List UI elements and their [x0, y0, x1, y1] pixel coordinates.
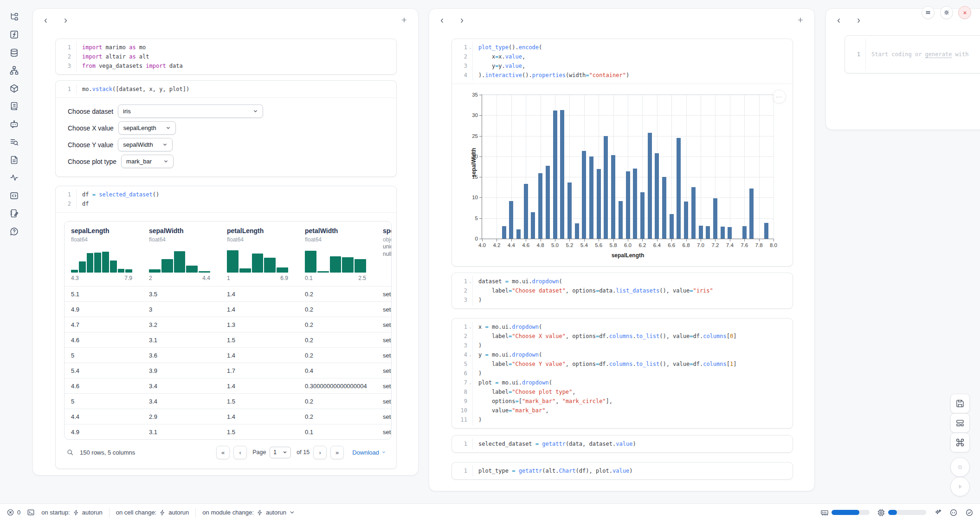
- functions-icon[interactable]: [8, 29, 19, 40]
- code-line[interactable]: 1import marimo as mo: [56, 43, 396, 52]
- last-page-button[interactable]: »: [330, 446, 344, 459]
- code-editor-empty[interactable]: 1Start coding or generate with: [845, 36, 980, 73]
- column-next-button[interactable]: [855, 17, 862, 24]
- table-row[interactable]: 4.63.41.40.30000000000000004setosa: [64, 378, 391, 393]
- first-page-button[interactable]: «: [216, 446, 230, 459]
- cpu-usage[interactable]: [877, 508, 926, 517]
- next-page-button[interactable]: ›: [313, 446, 327, 459]
- fold-chevron-icon[interactable]: ⌄: [469, 351, 471, 360]
- on-cell-change-config[interactable]: on cell change: autorun: [116, 509, 189, 516]
- table-row[interactable]: 4.931.40.2setosa: [64, 301, 391, 317]
- code-editor-xyplot[interactable]: 1⌄x = mo.ui.dropdown(2 label="Choose X v…: [452, 319, 793, 428]
- code-line[interactable]: 4).interactive().properties(width="conta…: [452, 71, 793, 80]
- code-line[interactable]: 3): [452, 295, 793, 305]
- table-column-header[interactable]: sepalLengthfloat644.37.9: [64, 221, 142, 286]
- code-line[interactable]: 10 value="mark_bar",: [452, 406, 793, 415]
- prev-page-button[interactable]: ‹: [233, 446, 247, 459]
- code-editor-imports[interactable]: 1import marimo as mo2import altair as al…: [56, 39, 396, 74]
- code-editor-plot[interactable]: 1⌄plot_type().encode(2 x=x.value,3 y=y.v…: [452, 39, 793, 84]
- code-editor-vstack[interactable]: 1mo.vstack([dataset, x, y, plot]): [56, 81, 396, 98]
- table-row[interactable]: 53.61.40.2setosa: [64, 347, 391, 363]
- code-line[interactable]: 1⌄plot_type().encode(: [452, 43, 793, 52]
- code-editor-selected[interactable]: 1selected_dataset = getattr(data, datase…: [452, 436, 793, 452]
- code-editor-df[interactable]: 1df = selected_dataset()2df: [56, 186, 396, 212]
- file-explorer-icon[interactable]: [8, 11, 19, 22]
- packages-icon[interactable]: [8, 83, 19, 94]
- column-prev-button[interactable]: [438, 17, 445, 24]
- column-next-button[interactable]: [458, 17, 465, 24]
- plot-type-select[interactable]: mark_bar: [121, 155, 174, 168]
- code-line[interactable]: 2df: [56, 199, 396, 208]
- code-line[interactable]: 6): [452, 369, 793, 378]
- add-cell-button[interactable]: [400, 16, 408, 24]
- code-line[interactable]: 9 options=["mark_bar", "mark_circle"],: [452, 397, 793, 406]
- search-icon[interactable]: [66, 448, 74, 456]
- on-module-change-config[interactable]: on module change: autorun: [202, 509, 295, 516]
- outline-search-icon[interactable]: [8, 137, 19, 148]
- memory-usage[interactable]: [820, 508, 870, 517]
- code-line[interactable]: 3): [452, 341, 793, 350]
- table-row[interactable]: 53.41.50.2setosa: [64, 393, 391, 409]
- fold-chevron-icon[interactable]: ⌄: [469, 323, 471, 332]
- code-line[interactable]: 5 label="Choose Y value", options=df.col…: [452, 359, 793, 369]
- notebook-menu-button[interactable]: [922, 6, 935, 19]
- connection-status-button[interactable]: [965, 508, 974, 517]
- table-column-header[interactable]: speciesobjectunique:nulls:: [376, 221, 392, 286]
- on-startup-config[interactable]: on startup: autorun: [41, 509, 103, 516]
- fold-chevron-icon[interactable]: ⌄: [469, 43, 471, 52]
- help-icon[interactable]: [8, 226, 19, 237]
- code-line[interactable]: 4⌄y = mo.ui.dropdown(: [452, 350, 793, 359]
- table-column-header[interactable]: petalWidthfloat640.12.5: [298, 221, 376, 286]
- fold-chevron-icon[interactable]: ⌄: [469, 378, 471, 388]
- code-line[interactable]: 2import altair as alt: [56, 52, 396, 61]
- run-all-button[interactable]: [950, 477, 970, 496]
- ai-chat-icon[interactable]: [8, 118, 19, 130]
- table-column-header[interactable]: petalLengthfloat6416.9: [220, 221, 298, 286]
- terminal-button[interactable]: [27, 508, 35, 516]
- ai-assist-button[interactable]: [934, 508, 942, 517]
- command-palette-button[interactable]: [950, 433, 970, 452]
- logs-icon[interactable]: [8, 101, 19, 112]
- layout-button[interactable]: [950, 413, 970, 433]
- datasources-icon[interactable]: [8, 47, 19, 58]
- table-row[interactable]: 5.43.91.70.4setosa: [64, 363, 391, 378]
- code-editor-plottype[interactable]: 1plot_type = getattr(alt.Chart(df), plot…: [452, 462, 793, 479]
- code-line[interactable]: 2 label="Choose X value", options=df.col…: [452, 332, 793, 341]
- code-line[interactable]: 7⌄plot = mo.ui.dropdown(: [452, 378, 793, 387]
- table-column-header[interactable]: sepalWidthfloat6424.4: [142, 221, 220, 286]
- chart-menu-button[interactable]: ⋯: [772, 90, 786, 104]
- code-line[interactable]: 1plot_type = getattr(alt.Chart(df), plot…: [452, 466, 793, 475]
- code-line[interactable]: 1selected_dataset = getattr(data, datase…: [452, 439, 793, 449]
- code-line[interactable]: 3 y=y.value,: [452, 61, 793, 71]
- chart-plot[interactable]: sepalWidth 051015202530354.04.24.44.64.8…: [482, 94, 774, 239]
- page-select[interactable]: 1: [270, 447, 291, 458]
- dependency-graph-icon[interactable]: [8, 65, 19, 76]
- x-value-select[interactable]: sepalLength: [118, 121, 176, 135]
- code-line[interactable]: 1⌄dataset = mo.ui.dropdown(: [452, 277, 793, 286]
- table-row[interactable]: 4.63.11.50.2setosa: [64, 332, 391, 347]
- code-line[interactable]: 1mo.vstack([dataset, x, y, plot]): [56, 85, 396, 94]
- code-line[interactable]: 1⌄x = mo.ui.dropdown(: [452, 322, 793, 332]
- code-line[interactable]: 2 label="Choose dataset", options=data.l…: [452, 286, 793, 295]
- download-button[interactable]: Download: [352, 449, 386, 456]
- fold-chevron-icon[interactable]: ⌄: [469, 277, 471, 287]
- code-editor-dataset[interactable]: 1⌄dataset = mo.ui.dropdown(2 label="Choo…: [452, 273, 793, 308]
- code-line[interactable]: 1df = selected_dataset(): [56, 190, 396, 199]
- settings-gear-button[interactable]: [940, 6, 953, 19]
- table-row[interactable]: 5.13.51.40.2setosa: [64, 286, 391, 301]
- table-row[interactable]: 4.73.21.30.2setosa: [64, 317, 391, 332]
- stop-button[interactable]: [950, 457, 970, 477]
- table-row[interactable]: 4.93.11.50.1setosa: [64, 424, 391, 439]
- add-cell-button[interactable]: [797, 16, 804, 24]
- dataset-select[interactable]: iris: [118, 104, 263, 118]
- tracing-icon[interactable]: [8, 172, 19, 183]
- copilot-status-button[interactable]: [949, 508, 958, 517]
- save-button[interactable]: [950, 394, 970, 413]
- table-row[interactable]: 4.42.91.40.2setosa: [64, 409, 391, 424]
- code-line[interactable]: 8 label="Choose plot type",: [452, 387, 793, 397]
- column-prev-button[interactable]: [42, 17, 49, 24]
- code-line[interactable]: 11): [452, 415, 793, 424]
- error-count-badge[interactable]: 0: [6, 508, 20, 516]
- y-value-select[interactable]: sepalWidth: [118, 138, 173, 151]
- column-prev-button[interactable]: [835, 17, 842, 24]
